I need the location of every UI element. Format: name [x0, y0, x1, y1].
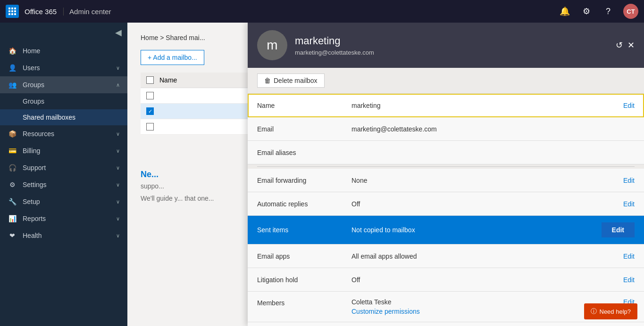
user-avatar[interactable]: CT [623, 4, 638, 19]
sidebar-item-groups[interactable]: 👥 Groups ∧ [0, 76, 127, 93]
home-icon: 🏠 [8, 47, 17, 55]
select-all-checkbox[interactable] [146, 76, 154, 84]
sidebar-subitem-groups[interactable]: Groups [0, 93, 127, 109]
settings-nav-icon: ⚙ [8, 181, 17, 188]
panel-row-email-apps-edit[interactable]: Edit [623, 253, 635, 260]
resources-chevron-icon: ∨ [116, 131, 120, 137]
panel-divider [257, 166, 635, 167]
add-mailbox-button[interactable]: + Add a mailbo... [141, 50, 204, 65]
support-chevron-icon: ∨ [116, 165, 120, 171]
panel-email: marketing@colettateske.com [295, 49, 608, 56]
notifications-icon[interactable]: 🔔 [558, 5, 571, 18]
panel-row-email-forwarding: Email forwarding None Edit [248, 169, 644, 192]
users-chevron-icon: ∨ [116, 65, 120, 71]
svg-rect-3 [8, 10, 10, 12]
panel-header-actions: ↺ ✕ [616, 40, 635, 50]
members-name: Coletta Teske [351, 298, 619, 306]
sidebar-item-reports[interactable]: 📊 Reports ∨ [0, 210, 127, 227]
sidebar-subitem-shared-mailboxes-label: Shared mailboxes [23, 114, 75, 121]
setup-icon: 🔧 [8, 198, 17, 205]
panel-row-litigation-hold-label: Litigation hold [257, 276, 351, 284]
svg-rect-2 [14, 8, 16, 9]
sidebar-item-setup[interactable]: 🔧 Setup ∨ [0, 193, 127, 210]
panel-row-automatic-replies-edit[interactable]: Edit [623, 200, 635, 208]
sidebar-item-settings[interactable]: ⚙ Settings ∨ [0, 176, 127, 193]
panel-row-automatic-replies: Automatic replies Off Edit [248, 192, 644, 216]
users-icon: 👤 [8, 64, 17, 72]
row-checkbox-2[interactable]: ✓ [146, 107, 154, 115]
admin-center-title: Admin center [69, 8, 111, 16]
delete-mailbox-button[interactable]: 🗑 Delete mailbox [257, 73, 325, 88]
groups-icon: 👥 [8, 81, 17, 89]
billing-icon: 💳 [8, 147, 17, 155]
row-checkbox-1[interactable] [146, 92, 154, 99]
panel-row-litigation-hold: Litigation hold Off Edit [248, 268, 644, 292]
panel-row-members-label: Members [257, 298, 351, 307]
need-help-button[interactable]: ⓘ Need help? [584, 303, 638, 319]
sidebar-item-resources[interactable]: 📦 Resources ∨ [0, 125, 127, 142]
sidebar-item-setup-label: Setup [23, 198, 110, 205]
app-launcher-button[interactable] [6, 5, 19, 18]
panel-refresh-icon[interactable]: ↺ [616, 40, 623, 50]
panel-row-email-forwarding-edit[interactable]: Edit [623, 177, 635, 184]
sidebar-collapse-area: ◀ [0, 23, 127, 42]
sidebar-item-support[interactable]: 🎧 Support ∨ [0, 159, 127, 176]
panel-row-name-edit[interactable]: Edit [623, 102, 635, 109]
customize-permissions-link[interactable]: Customize permissions [351, 308, 619, 315]
panel-row-name-value: marketing [351, 102, 619, 109]
topbar: Office 365 Admin center 🔔 ⚙ ? CT [0, 0, 644, 23]
sidebar-collapse-button[interactable]: ◀ [115, 27, 122, 38]
panel-row-automatic-replies-value: Off [351, 200, 619, 208]
panel-row-sent-items-label: Sent items [257, 226, 351, 234]
panel-row-email-forwarding-value: None [351, 177, 619, 184]
panel-toolbar: 🗑 Delete mailbox [248, 68, 644, 94]
panel-row-automatic-replies-label: Automatic replies [257, 200, 351, 208]
app-name: Office 365 [25, 8, 57, 16]
panel-row-email-apps-value: All email apps allowed [351, 253, 619, 260]
sidebar-item-billing-label: Billing [23, 147, 110, 155]
panel-row-litigation-hold-value: Off [351, 276, 619, 284]
sidebar-item-users[interactable]: 👤 Users ∨ [0, 59, 127, 76]
sidebar-item-home[interactable]: 🏠 Home [0, 42, 127, 59]
side-panel: m marketing marketing@colettateske.com ↺… [248, 23, 644, 326]
resources-icon: 📦 [8, 130, 17, 138]
topbar-icons: 🔔 ⚙ ? CT [558, 4, 638, 19]
panel-row-email: Email marketing@colettateske.com [248, 117, 644, 141]
sidebar-subitem-groups-label: Groups [23, 98, 44, 105]
sidebar-item-settings-label: Settings [23, 181, 110, 188]
svg-rect-4 [11, 10, 13, 12]
panel-rows: Name marketing Edit Email marketing@cole… [248, 94, 644, 326]
billing-chevron-icon: ∨ [116, 148, 120, 154]
help-icon[interactable]: ? [602, 5, 615, 18]
panel-row-litigation-hold-edit[interactable]: Edit [623, 276, 635, 284]
reports-icon: 📊 [8, 215, 17, 222]
brand-area: Office 365 [25, 8, 64, 16]
panel-close-icon[interactable]: ✕ [627, 40, 635, 50]
sidebar: ◀ 🏠 Home 👤 Users ∨ 👥 Groups ∧ Groups Sha… [0, 23, 127, 326]
svg-rect-5 [14, 10, 16, 12]
panel-title-area: marketing marketing@colettateske.com [295, 35, 608, 56]
panel-row-email-aliases: Email aliases [248, 141, 644, 164]
row-checkbox-3[interactable] [146, 123, 154, 130]
panel-name: marketing [295, 35, 608, 47]
sidebar-item-billing[interactable]: 💳 Billing ∨ [0, 142, 127, 159]
need-help-icon: ⓘ [591, 307, 597, 316]
sidebar-subitem-shared-mailboxes[interactable]: Shared mailboxes [0, 109, 127, 125]
panel-row-email-aliases-label: Email aliases [257, 149, 351, 156]
panel-row-sent-items: Sent items Not copied to mailbox Edit [248, 216, 644, 244]
sidebar-item-health[interactable]: ❤ Health ∨ [0, 227, 127, 244]
svg-rect-0 [8, 8, 10, 9]
health-chevron-icon: ∨ [116, 233, 120, 239]
panel-row-name-label: Name [257, 102, 351, 109]
reports-chevron-icon: ∨ [116, 216, 120, 222]
panel-row-sent-items-edit[interactable]: Edit [602, 222, 635, 237]
svg-rect-7 [11, 13, 13, 15]
panel-header: m marketing marketing@colettateske.com ↺… [248, 23, 644, 68]
sidebar-item-resources-label: Resources [23, 130, 110, 138]
settings-icon[interactable]: ⚙ [580, 5, 593, 18]
groups-chevron-icon: ∧ [116, 82, 120, 88]
health-icon: ❤ [8, 232, 17, 239]
svg-rect-8 [14, 13, 16, 15]
panel-row-email-label: Email [257, 125, 351, 133]
main-content: Home > Shared mai... + Add a mailbo... N… [127, 23, 644, 326]
